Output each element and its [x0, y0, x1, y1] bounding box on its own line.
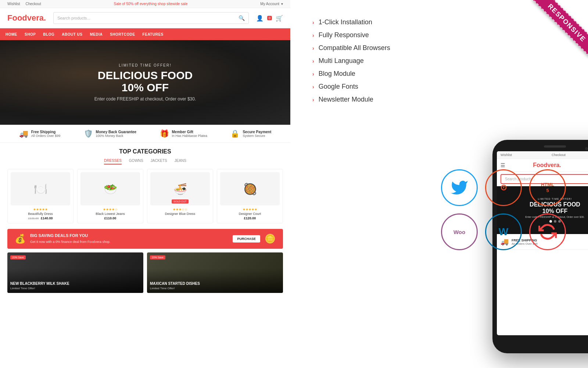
blog-card-1[interactable]: 20% Save NEW BLACKBERRY MILK SHAKE Limit…: [7, 252, 143, 293]
site-nav: HOME SHOP BLOG ABOUT US MEDIA SHORTCODE …: [0, 28, 290, 40]
site-topbar: Wishlist Checkout Sale of 50% off everyt…: [0, 0, 290, 8]
cart-icon[interactable]: 🛒: [276, 15, 283, 22]
feature-shipping-text: Free Shipping All Orders Over $99: [31, 130, 61, 138]
purchase-button[interactable]: PURCHASE: [233, 235, 260, 243]
product-price-2: £110.00: [80, 216, 140, 220]
hero-limited-text: LIMITED TIME OFFER!: [94, 63, 196, 67]
product-name-2: Black Lowest Jeans: [80, 212, 140, 216]
responsive-badge: RESPONSIVE: [514, 0, 588, 74]
topbar-links: Wishlist Checkout: [7, 2, 41, 6]
cat-tab-dresses[interactable]: DRESSES: [104, 159, 122, 164]
promo-text-block: BIG SAVING DEALS FOR YOU Get it now with…: [30, 233, 233, 244]
hero-title: DELICIOUS FOOD10% OFF: [94, 69, 196, 93]
product-price-4: £120.00: [220, 216, 280, 220]
hero-content: LIMITED TIME OFFER! DELICIOUS FOOD10% OF…: [94, 63, 196, 102]
gift-icon: 🎁: [160, 129, 169, 138]
nav-blog[interactable]: BLOG: [43, 32, 54, 36]
product-card-1[interactable]: 🍽️ ★★★★★ Beautifully Dress £136.00 £140.…: [7, 169, 74, 223]
blog-content-2: MAXICAN STARTED DISHES Limited Time Offe…: [147, 279, 203, 293]
tech-icon-wordpress: W: [485, 213, 522, 250]
product-card-4[interactable]: 🥘 ★★★★★ Designer Court £120.00: [217, 169, 283, 223]
feature-moneyback-text: Money Back Guarantee 100% Money Back: [96, 130, 137, 138]
nav-shortcode[interactable]: SHORTCODE: [110, 32, 135, 36]
wishlist-link[interactable]: Wishlist: [7, 2, 20, 6]
feature-moneyback: 🛡️ Money Back Guarantee 100% Money Back: [84, 129, 137, 138]
feature-label-4: Multi Language: [319, 57, 364, 65]
feature-label-3: Compatible All Browsers: [319, 44, 390, 52]
cart-badge: 0: [267, 16, 272, 20]
tech-icon-joomla: ⊙: [485, 169, 522, 206]
phone-topbar: Wishlist Checkout ⚙️: [497, 151, 588, 159]
phone-logo: Foodvera.: [533, 162, 561, 169]
arrow-icon-3: ›: [312, 45, 314, 51]
feature-payment-text: Secure Payment System Secure: [243, 130, 271, 138]
phone-camera: [585, 147, 588, 150]
header-icons: 👤 0 🛒: [256, 15, 283, 22]
search-icon: 🔍: [239, 15, 245, 21]
feature-payment: 🔒 Secure Payment System Secure: [230, 129, 271, 138]
nav-media[interactable]: MEDIA: [90, 32, 103, 36]
tech-row-1: ⊙ HTML5: [441, 169, 581, 206]
category-tabs: DRESSES GOWNS JACKETS JEANS: [7, 159, 283, 164]
sold-out-badge: SOLD OUT: [172, 199, 189, 204]
product-stars-2: ★★★★☆: [80, 208, 140, 211]
account-link[interactable]: My Account ▾: [260, 2, 283, 6]
site-header: Foodvera. Search products... 🔍 👤 0 🛒: [0, 8, 290, 28]
blog-grid: 20% Save NEW BLACKBERRY MILK SHAKE Limit…: [7, 252, 283, 293]
blog-card-2[interactable]: 20% Save MAXICAN STARTED DISHES Limited …: [147, 252, 283, 293]
hamburger-icon[interactable]: ☰: [501, 162, 505, 168]
blog-badge-1: 20% Save: [10, 255, 26, 259]
moneyback-icon: 🛡️: [84, 129, 93, 138]
product-image-3: 🍜 SOLD OUT: [150, 172, 210, 205]
checkout-link[interactable]: Checkout: [25, 2, 41, 6]
responsive-badge-text: RESPONSIVE: [533, 0, 588, 57]
phone-speaker: [544, 145, 566, 148]
categories-section: TOP CATEGORIES DRESSES GOWNS JACKETS JEA…: [0, 143, 290, 229]
product-stars-4: ★★★★★: [220, 208, 280, 211]
tech-icon-refresh: [529, 213, 566, 250]
phone-checkout: Checkout: [552, 153, 566, 157]
promo-coins-icon: 🪙: [265, 234, 276, 244]
feature-label-6: Google Fonts: [319, 83, 358, 91]
arrow-icon-2: ›: [312, 32, 314, 38]
promo-text: Sale of 50% off everything shop sitewide…: [114, 2, 187, 6]
promo-banner: 💰 BIG SAVING DEALS FOR YOU Get it now wi…: [7, 229, 283, 249]
right-panel: RESPONSIVE › 1-Click Installation › Full…: [290, 0, 588, 368]
cat-tab-jackets[interactable]: JACKETS: [151, 159, 167, 164]
arrow-icon-7: ›: [312, 97, 314, 103]
product-stars-3: ★★★☆☆: [150, 208, 210, 211]
feature-row-6: › Google Fonts: [312, 83, 566, 91]
feature-label-2: Fully Responsive: [319, 31, 369, 39]
arrow-icon-6: ›: [312, 84, 314, 90]
product-card-3[interactable]: 🍜 SOLD OUT ★★★☆☆ Designer Blue Dress: [147, 169, 213, 223]
nav-about[interactable]: ABOUT US: [62, 32, 82, 36]
nav-home[interactable]: HOME: [6, 32, 17, 36]
payment-icon: 🔒: [230, 129, 240, 138]
product-grid: 🍽️ ★★★★★ Beautifully Dress £136.00 £140.…: [7, 169, 283, 223]
feature-row-7: › Newsletter Module: [312, 96, 566, 103]
tech-row-2: Woo W: [441, 213, 581, 250]
promo-icon: 💰: [15, 234, 26, 244]
product-card-2[interactable]: 🥗 ★★★★☆ Black Lowest Jeans £110.00: [77, 169, 143, 223]
product-image-1: 🍽️: [11, 172, 70, 205]
cat-tab-jeans[interactable]: JEANS: [175, 159, 186, 164]
cat-tab-gowns[interactable]: GOWNS: [129, 159, 143, 164]
search-bar[interactable]: Search products... 🔍: [53, 12, 249, 24]
feature-shipping: 🚚 Free Shipping All Orders Over $99: [19, 129, 61, 138]
site-logo: Foodvera.: [7, 13, 46, 23]
feature-label-5: Blog Module: [319, 70, 355, 78]
nav-shop[interactable]: SHOP: [25, 32, 36, 36]
feature-gift-text: Member Gift In Has Habitasse Platea: [172, 130, 208, 138]
tech-icon-woo[interactable]: Woo: [441, 213, 478, 250]
user-icon[interactable]: 👤: [256, 15, 263, 22]
feature-label-7: Newsletter Module: [319, 96, 373, 103]
hero-subtitle: Enter code FREESHIP at checkout, Order o…: [94, 96, 196, 102]
product-price-1: £136.00 £140.00: [11, 216, 70, 220]
nav-features[interactable]: FEATURES: [143, 32, 164, 36]
features-strip: 🚚 Free Shipping All Orders Over $99 🛡️ M…: [0, 125, 290, 143]
product-name-1: Beautifully Dress: [11, 212, 70, 216]
blog-badge-2: 20% Save: [150, 255, 165, 259]
product-image-2: 🥗: [80, 172, 140, 205]
feature-gift: 🎁 Member Gift In Has Habitasse Platea: [160, 129, 208, 138]
tech-icon-html5: HTML5: [529, 169, 566, 206]
